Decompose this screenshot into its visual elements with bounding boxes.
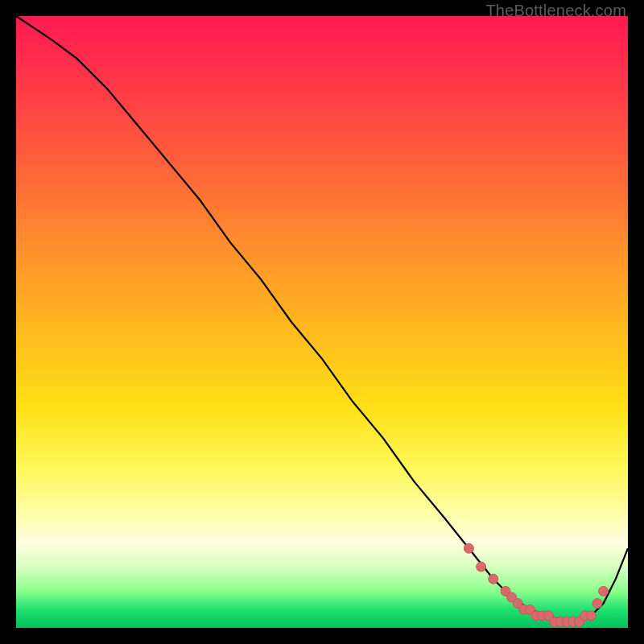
chart-stage: TheBottleneck.com (0, 0, 644, 644)
marker-dot (464, 543, 473, 553)
marker-dot (489, 574, 498, 584)
marker-dot (586, 611, 596, 621)
plot-area (16, 16, 628, 628)
marker-group (464, 543, 608, 626)
marker-dot (477, 562, 486, 572)
bottleneck-curve (16, 16, 628, 621)
marker-dot (592, 599, 602, 609)
curve-layer (16, 16, 628, 628)
marker-dot (599, 586, 609, 596)
